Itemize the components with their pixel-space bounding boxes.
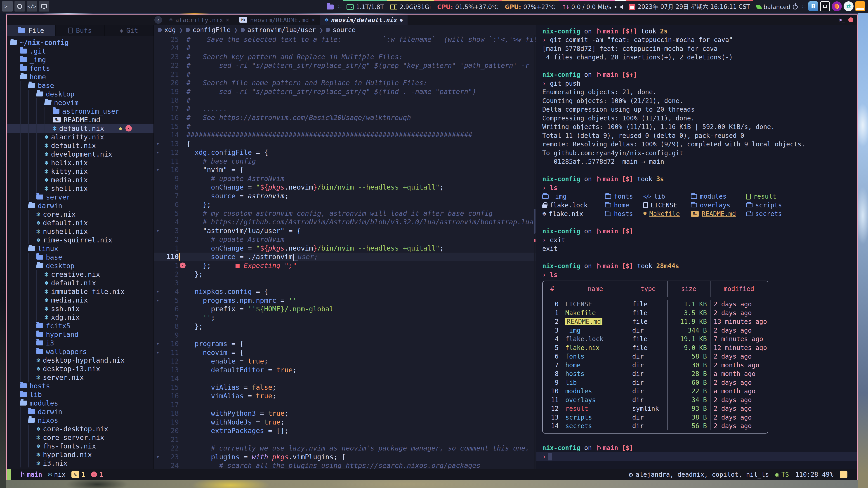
scrollbar-thumb[interactable] (534, 209, 535, 234)
tree-item-home[interactable]: home (7, 72, 153, 81)
tree-item-kitty-nix[interactable]: ❄kitty.nix (7, 167, 153, 175)
tree-item-rime-squirrel-nix[interactable]: ❄rime-squirrel.nix (7, 236, 153, 244)
tree-item-creative-nix[interactable]: ❄creative.nix (7, 270, 153, 279)
tree-item-alacritty-nix[interactable]: ❄alacritty.nix (7, 133, 153, 141)
editor-pane[interactable]: xdg ❯ configFile ❯ astronvim/lua/user ❯ … (154, 25, 536, 469)
terminal-close-icon[interactable] (848, 18, 853, 22)
tree-item-linux[interactable]: linux (7, 244, 153, 253)
flameshot-tray-icon[interactable] (832, 1, 842, 11)
editor-scrollbar[interactable] (534, 35, 535, 469)
tree-item--git[interactable]: .git (7, 47, 153, 55)
code-area[interactable]: 25# Save the selected text to a file: `:… (154, 35, 536, 469)
browser-workspace-button[interactable] (14, 1, 25, 11)
fold-marker[interactable]: ▾ (154, 341, 162, 347)
tree-item-wallpapers[interactable]: wallpapers (7, 347, 153, 356)
tree-item-neovim[interactable]: neovim (7, 98, 153, 107)
tree-item-core-desktop-nix[interactable]: ❄core-desktop.nix (7, 424, 153, 433)
tree-item--img[interactable]: _img (7, 55, 153, 64)
tree-item-hyprland[interactable]: hyprland (7, 330, 153, 339)
tree-item-core-server-nix[interactable]: ❄core-server.nix (7, 433, 153, 442)
terminal-workspace-button[interactable]: >_ (2, 1, 13, 11)
tree-item-desktop-hyprland-nix[interactable]: ❄desktop-hyprland.nix (7, 356, 153, 364)
volume-module[interactable] (615, 0, 626, 13)
tree-item-modules[interactable]: modules (7, 399, 153, 408)
tree-item-darwin[interactable]: darwin (7, 408, 153, 416)
tab-neovim-readme[interactable]: M↓ neovim/README.md × (234, 15, 320, 25)
tree-item-nixos[interactable]: nixos (7, 416, 153, 424)
tree-item-development-nix[interactable]: ❄development.nix (7, 150, 153, 158)
tree-item-darwin[interactable]: darwin (7, 201, 153, 210)
tree-item-server[interactable]: server (7, 193, 153, 201)
tree-item-i3[interactable]: i3 (7, 339, 153, 347)
bluetooth-tray-icon[interactable]: B (808, 1, 818, 11)
fold-marker[interactable]: ▾ (154, 228, 162, 234)
tree-item-server-nix[interactable]: ❄server.nix (7, 373, 153, 382)
tree-item-xdg-nix[interactable]: ❄xdg.nix (7, 313, 153, 322)
breadcrumb-item[interactable]: configFile (186, 26, 231, 34)
cell-modified: 2 days ago (710, 300, 767, 309)
sidebar-tab-bufs[interactable]: Bufs (56, 25, 105, 36)
nutstore-tray-icon[interactable]: ⇄ (844, 1, 854, 11)
tree-item-desktop[interactable]: desktop (7, 90, 153, 98)
back-icon[interactable]: ‹ (154, 16, 162, 24)
tree-item-media-nix[interactable]: ❄media.nix (7, 296, 153, 304)
tab-alacritty-nix[interactable]: ❄ alacritty.nix × (164, 15, 234, 25)
token: 01285af..5778d72 main → main (542, 158, 664, 165)
close-icon[interactable]: × (312, 17, 315, 23)
barrier-tray-icon[interactable] (820, 1, 830, 11)
tree-item-desktop[interactable]: desktop (7, 261, 153, 270)
fold-marker[interactable]: ▾ (154, 454, 162, 460)
tree-item-base[interactable]: base (7, 81, 153, 90)
table-row: 7homedir30 B2 months ago (543, 361, 768, 369)
terminal-pane[interactable]: nix-config on main [$!] took 2s› git com… (536, 25, 857, 469)
tree-item-readme-md[interactable]: M↓README.md (7, 116, 153, 124)
tree-item-default-nix[interactable]: ❄default.nix (7, 279, 153, 287)
tree-item-core-nix[interactable]: ❄core.nix (7, 210, 153, 219)
tree-item-media-nix[interactable]: ❄media.nix (7, 175, 153, 184)
tree-item-fonts[interactable]: fonts (7, 64, 153, 72)
sidebar-tab-git[interactable]: ◈ Git (105, 25, 153, 36)
tree-item-hyprland-nix[interactable]: ❄hyprland.nix (7, 450, 153, 459)
tree-item-fcitx5[interactable]: fcitx5 (7, 322, 153, 330)
close-icon[interactable]: × (226, 17, 229, 23)
fold-marker[interactable]: ▾ (154, 150, 162, 155)
fold-marker[interactable]: ▾ (154, 350, 162, 355)
monitor-workspace-button[interactable] (39, 1, 49, 11)
tree-item-base[interactable]: base (7, 253, 153, 261)
nix-snowflake-icon: ❄ (36, 442, 40, 450)
tree-item-astronvim-user[interactable]: astronvim_user (7, 107, 153, 116)
tree-item-desktop-i3-nix[interactable]: ❄desktop-i3.nix (7, 364, 153, 373)
code-line: 15 viAlias = false; (154, 383, 536, 392)
sidebar-tab-file[interactable]: File (7, 25, 56, 36)
terminal-toggle-icon[interactable]: >_ (839, 17, 845, 23)
tree-item-default-nix[interactable]: ❄default.nix●✕ (7, 124, 153, 133)
tree-item-i3-nix[interactable]: ❄i3.nix (7, 459, 153, 467)
tree-item-default-nix[interactable]: ❄default.nix (7, 141, 153, 150)
tree-item--nix-config[interactable]: ~/nix-config (7, 38, 153, 47)
tree-item-hosts[interactable]: hosts (7, 382, 153, 390)
breadcrumb-item[interactable]: source (327, 26, 355, 34)
tree-item-ssh-nix[interactable]: ❄ssh.nix (7, 304, 153, 313)
code-workspace-button[interactable]: </> (27, 1, 37, 11)
scrollbar-error-mark (534, 239, 535, 242)
breadcrumb-item[interactable]: xdg (158, 26, 176, 34)
tree-item-nushell-nix[interactable]: ❄nushell.nix (7, 227, 153, 236)
fold-marker[interactable]: ▾ (154, 297, 162, 303)
disk-glyph (856, 8, 864, 10)
fold-marker[interactable]: ▾ (154, 167, 162, 173)
tree-item-shell-nix[interactable]: ❄shell.nix (7, 184, 153, 193)
cell-index: 1 (543, 308, 562, 318)
power-profile-module[interactable]: balanced (753, 0, 801, 13)
fold-marker[interactable]: ▾ (154, 141, 162, 147)
terminal-prompt-line[interactable]: › (536, 452, 857, 461)
tree-item-fhs-fonts-nix[interactable]: ❄fhs-fonts.nix (7, 442, 153, 450)
netdisk-tray-icon[interactable] (855, 1, 865, 11)
token: source (186, 253, 236, 261)
breadcrumb-item[interactable]: astronvim/lua/user (241, 26, 316, 34)
tree-item-default-nix[interactable]: ❄default.nix (7, 219, 153, 227)
tree-item-lib[interactable]: lib (7, 390, 153, 399)
tree-item-immutable-file-nix[interactable]: ❄immutable-file.nix (7, 287, 153, 296)
tree-item-helix-nix[interactable]: ❄helix.nix (7, 158, 153, 167)
tab-neovim-default-nix[interactable]: ❄ neovim/default.nix ● (320, 15, 408, 25)
fold-marker[interactable]: ▾ (154, 289, 162, 294)
